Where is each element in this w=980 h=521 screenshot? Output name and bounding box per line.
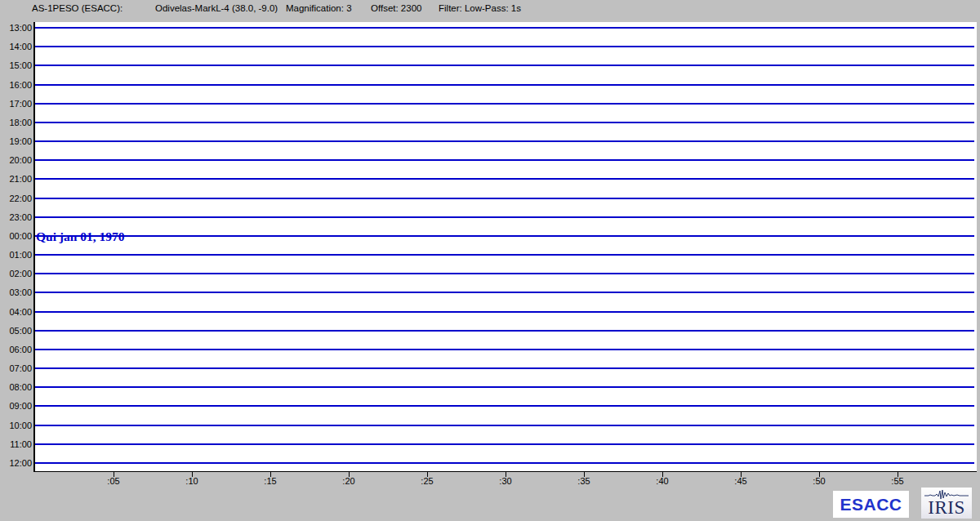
trace-line-0700 [35, 367, 974, 369]
trace-line-1700 [35, 103, 974, 105]
minute-label-40: :40 [646, 476, 679, 487]
hour-label-2300: 23:00 [0, 212, 32, 223]
trace-line-1200 [35, 462, 974, 464]
hour-label-0900: 09:00 [0, 400, 32, 412]
esacc-logo: ESACC [833, 491, 909, 518]
hour-label-0100: 01:00 [0, 249, 32, 260]
trace-line-0800 [35, 386, 974, 388]
minute-label-25: :25 [411, 476, 443, 487]
header-sensor-info: Odivelas-MarkL-4 (38.0, -9.0) [155, 3, 278, 14]
esacc-logo-text: ESACC [840, 495, 902, 514]
amaseis-window: { "header": { "station": "AS-1PESO (ESAC… [0, 0, 980, 521]
helicorder-plot-area[interactable] [33, 22, 977, 472]
hour-label-1100: 11:00 [0, 439, 32, 450]
hour-label-2100: 21:00 [0, 173, 32, 185]
trace-line-1100 [35, 443, 974, 445]
trace-line-0000 [35, 235, 974, 237]
header-offset: Offset: 2300 [371, 3, 421, 14]
hour-label-0800: 08:00 [0, 381, 32, 393]
trace-line-1300 [35, 27, 974, 29]
trace-line-1600 [35, 84, 974, 86]
minute-label-55: :55 [881, 476, 914, 487]
hour-label-1400: 14:00 [0, 41, 32, 52]
minute-label-30: :30 [489, 476, 522, 487]
trace-line-0500 [35, 330, 974, 332]
trace-line-2000 [35, 159, 974, 161]
header-magnification: Magnification: 3 [286, 3, 352, 14]
header-station-id: AS-1PESO (ESACC): [32, 3, 122, 14]
hour-label-1300: 13:00 [0, 22, 32, 33]
hour-label-0200: 02:00 [0, 268, 32, 279]
hour-label-1200: 12:00 [0, 457, 32, 469]
trace-line-0300 [35, 292, 974, 293]
trace-line-0900 [35, 405, 974, 407]
hour-label-0000: 00:00 [0, 230, 32, 242]
hour-label-1700: 17:00 [0, 98, 32, 109]
trace-line-2200 [35, 198, 974, 199]
iris-logo: IRIS [921, 488, 972, 519]
trace-line-2100 [35, 178, 974, 180]
minute-label-15: :15 [254, 476, 287, 487]
trace-line-1000 [35, 425, 974, 426]
hour-label-0700: 07:00 [0, 363, 32, 374]
hour-label-2000: 20:00 [0, 154, 32, 166]
trace-line-2300 [35, 216, 974, 218]
minute-label-45: :45 [724, 476, 757, 487]
trace-line-0600 [35, 349, 974, 350]
hour-label-1000: 10:00 [0, 420, 32, 431]
hour-label-2200: 22:00 [0, 193, 32, 204]
trace-line-1800 [35, 122, 974, 123]
header-filter: Filter: Low-Pass: 1s [439, 3, 521, 14]
hour-label-0300: 03:00 [0, 287, 32, 298]
minute-label-05: :05 [97, 476, 130, 487]
hour-label-0600: 06:00 [0, 344, 32, 355]
minute-label-10: :10 [176, 476, 208, 487]
minute-label-20: :20 [332, 476, 365, 487]
hour-label-1900: 19:00 [0, 136, 32, 147]
hour-label-1500: 15:00 [0, 60, 32, 71]
hour-label-1600: 16:00 [0, 79, 32, 91]
trace-line-0100 [35, 254, 974, 256]
hour-label-1800: 18:00 [0, 117, 32, 128]
hour-label-0400: 04:00 [0, 306, 32, 318]
trace-line-1500 [35, 65, 974, 66]
minute-label-50: :50 [803, 476, 835, 487]
trace-line-1400 [35, 46, 974, 47]
hour-label-0500: 05:00 [0, 325, 32, 336]
minute-label-35: :35 [568, 476, 600, 487]
date-label: Qui jan 01, 1970 [36, 229, 125, 244]
iris-logo-text: IRIS [928, 499, 964, 517]
trace-line-1900 [35, 140, 974, 142]
trace-line-0200 [35, 273, 974, 274]
trace-line-0400 [35, 311, 974, 313]
